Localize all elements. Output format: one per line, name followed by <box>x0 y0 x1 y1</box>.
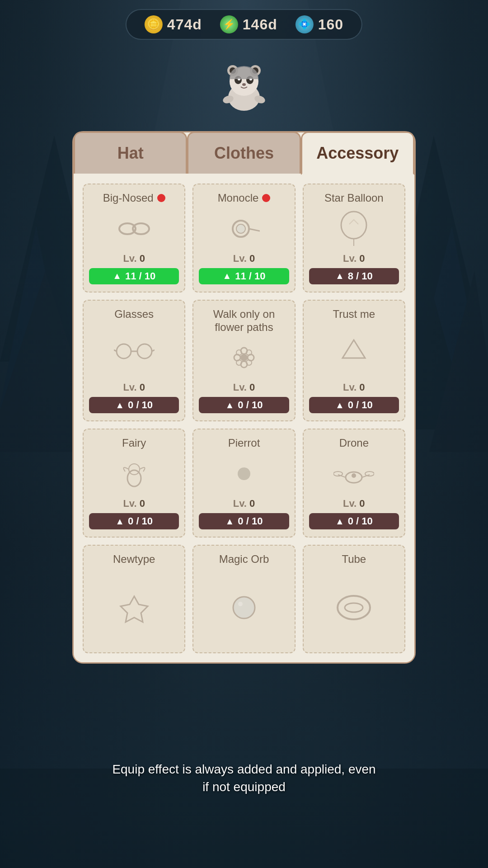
item-icon <box>226 337 262 378</box>
new-dot <box>157 194 165 202</box>
energy-value: 146d <box>243 16 277 33</box>
item-card[interactable]: Big-NosedLv. 0▲11 / 10 <box>83 184 185 292</box>
svg-point-21 <box>242 83 246 86</box>
item-icon <box>233 453 255 494</box>
new-dot <box>262 194 270 202</box>
item-name: Magic Orb <box>219 553 269 566</box>
svg-point-50 <box>352 473 356 478</box>
item-card[interactable]: Star BalloonLv. 0▲8 / 10 <box>303 184 405 292</box>
character-avatar <box>215 54 273 113</box>
progress-bar: ▲0 / 10 <box>199 397 289 413</box>
svg-point-31 <box>117 344 131 359</box>
item-icon <box>333 453 374 494</box>
gold-value: 474d <box>167 16 202 33</box>
item-level: Lv. 0 <box>123 382 145 393</box>
item-level: Lv. 0 <box>343 498 365 509</box>
svg-point-48 <box>238 467 250 480</box>
item-card[interactable]: Tube <box>303 545 405 653</box>
progress-bar: ▲0 / 10 <box>309 513 399 529</box>
item-name: Trust me <box>333 308 375 321</box>
svg-marker-45 <box>343 340 365 358</box>
progress-bar: ▲0 / 10 <box>89 397 179 413</box>
progress-bar: ▲8 / 10 <box>309 268 399 284</box>
item-card[interactable]: DroneLv. 0▲0 / 10 <box>303 429 405 538</box>
item-icon <box>118 570 150 645</box>
energy-currency-item: ⚡ 146d <box>220 15 277 33</box>
progress-bar: ▲0 / 10 <box>199 513 289 529</box>
svg-point-29 <box>341 212 366 239</box>
item-card[interactable]: Walk only on flower pathsLv. 0▲0 / 10 <box>192 300 295 422</box>
item-card[interactable]: GlassesLv. 0▲0 / 10 <box>83 300 185 422</box>
svg-marker-55 <box>121 596 148 622</box>
header-bar: 🪙 474d ⚡ 146d 💠 160 <box>126 9 362 40</box>
item-level: Lv. 0 <box>343 382 365 393</box>
gold-icon: 🪙 <box>145 15 163 33</box>
item-card[interactable]: Newtype <box>83 545 185 653</box>
progress-bar: ▲11 / 10 <box>199 268 289 284</box>
item-card[interactable]: MonocleLv. 0▲11 / 10 <box>192 184 295 292</box>
character-container <box>215 54 273 115</box>
svg-point-27 <box>236 224 245 233</box>
gold-currency-item: 🪙 474d <box>145 15 202 33</box>
item-name: Star Balloon <box>324 192 384 205</box>
tab-clothes[interactable]: Clothes <box>187 132 300 174</box>
item-icon <box>338 325 370 378</box>
item-name: Tube <box>342 553 366 566</box>
item-name: Monocle <box>218 192 259 205</box>
item-name: Fairy <box>122 437 146 450</box>
items-grid: Big-NosedLv. 0▲11 / 10MonocleLv. 0▲11 / … <box>74 175 414 662</box>
svg-point-56 <box>233 597 255 618</box>
item-icon <box>338 208 370 249</box>
svg-point-47 <box>129 464 140 475</box>
gem-value: 160 <box>318 16 343 33</box>
progress-bar: ▲11 / 10 <box>89 268 179 284</box>
item-card[interactable]: PierrotLv. 0▲0 / 10 <box>192 429 295 538</box>
tabs-container: Hat Clothes Accessory <box>74 132 414 174</box>
svg-point-54 <box>365 472 374 476</box>
main-panel: Hat Clothes Accessory Big-NosedLv. 0▲11 … <box>72 131 416 664</box>
item-name: Walk only on flower paths <box>199 308 289 334</box>
item-level: Lv. 0 <box>233 253 255 264</box>
svg-point-32 <box>137 344 152 359</box>
item-icon <box>228 570 260 645</box>
tab-hat[interactable]: Hat <box>74 132 187 174</box>
item-level: Lv. 0 <box>123 253 145 264</box>
svg-line-28 <box>249 229 260 231</box>
svg-point-53 <box>333 472 343 476</box>
item-level: Lv. 0 <box>343 253 365 264</box>
item-icon <box>116 453 152 494</box>
item-name: Pierrot <box>228 437 260 450</box>
svg-point-59 <box>345 603 363 612</box>
energy-icon: ⚡ <box>220 15 238 33</box>
gem-icon: 💠 <box>296 15 314 33</box>
svg-point-36 <box>240 354 248 361</box>
item-card[interactable]: Trust meLv. 0▲0 / 10 <box>303 300 405 422</box>
svg-point-58 <box>338 596 370 619</box>
item-name: Newtype <box>113 553 155 566</box>
item-name: Glasses <box>114 308 154 321</box>
progress-bar: ▲0 / 10 <box>89 513 179 529</box>
gem-currency-item: 💠 160 <box>296 15 343 33</box>
item-name: Drone <box>339 437 369 450</box>
item-level: Lv. 0 <box>123 498 145 509</box>
item-level: Lv. 0 <box>233 498 255 509</box>
item-card[interactable]: FairyLv. 0▲0 / 10 <box>83 429 185 538</box>
svg-point-57 <box>238 602 243 606</box>
item-icon <box>228 208 260 249</box>
progress-bar: ▲0 / 10 <box>309 397 399 413</box>
item-card[interactable]: Magic Orb <box>192 545 295 653</box>
item-icon <box>336 570 372 645</box>
item-name: Big-Nosed <box>103 192 154 205</box>
bottom-note: Equip effect is always added and applied… <box>108 760 380 796</box>
item-level: Lv. 0 <box>233 382 255 393</box>
item-icon <box>114 325 155 378</box>
item-icon <box>116 208 152 249</box>
tab-accessory[interactable]: Accessory <box>301 132 414 175</box>
